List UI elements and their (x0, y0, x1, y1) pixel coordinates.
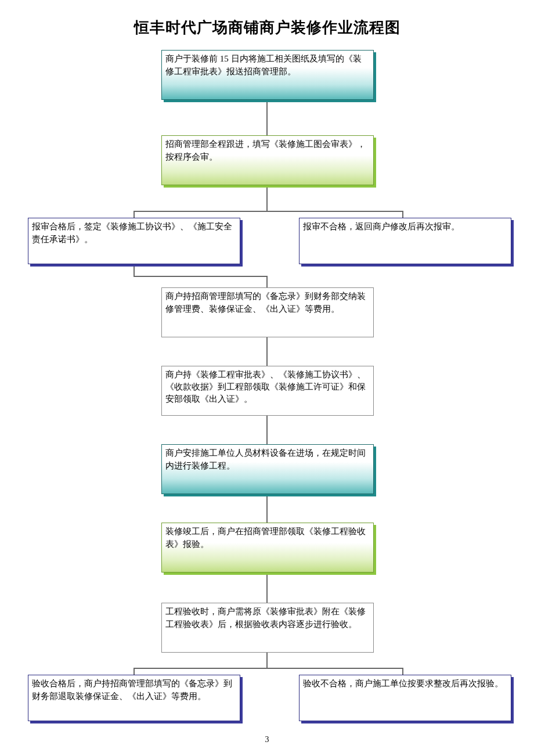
step-7-completion-report: 装修竣工后，商户在招商管理部领取《装修工程验收表》报验。 (161, 523, 374, 573)
step-5-get-permits: 商户持《装修工程审批表》、《装修施工协议书》、《收款收据》到工程部领取《装修施工… (161, 366, 374, 416)
connector (134, 211, 403, 212)
step-text: 验收合格后，商户持招商管理部填写的《备忘录》到财务部退取装修保证金、《出入证》等… (32, 679, 232, 701)
connector (266, 337, 268, 366)
step-3-fail-return: 报审不合格，返回商户修改后再次报审。 (299, 218, 511, 264)
connector (266, 100, 268, 135)
step-2-review: 招商管理部全程跟进，填写《装修施工图会审表》，按程序会审。 (161, 135, 374, 185)
connector (134, 668, 403, 669)
connector (402, 211, 403, 218)
step-1-submit-docs: 商户于装修前 15 日内将施工相关图纸及填写的《装修工程审批表》报送招商管理部。 (161, 50, 374, 100)
page-title: 恒丰时代广场商铺商户装修作业流程图 (0, 17, 534, 38)
connector (134, 276, 268, 277)
connector (266, 494, 268, 523)
step-text: 商户于装修前 15 日内将施工相关图纸及填写的《装修工程审批表》报送招商管理部。 (165, 54, 362, 76)
step-text: 报审合格后，签定《装修施工协议书》、《施工安全责任承诺书》。 (32, 222, 232, 244)
step-text: 验收不合格，商户施工单位按要求整改后再次报验。 (303, 679, 503, 688)
connector (266, 186, 268, 212)
step-9-fail-rectify: 验收不合格，商户施工单位按要求整改后再次报验。 (299, 675, 511, 721)
flowchart-page: 恒丰时代广场商铺商户装修作业流程图 商户于装修前 15 日内将施工相关图纸及填写… (0, 0, 534, 756)
step-text: 商户持《装修工程审批表》、《装修施工协议书》、《收款收据》到工程部领取《装修施工… (165, 370, 366, 404)
connector (266, 574, 268, 603)
page-number: 3 (0, 735, 534, 744)
step-text: 招商管理部全程跟进，填写《装修施工图会审表》，按程序会审。 (165, 139, 366, 161)
connector (266, 651, 268, 669)
step-text: 装修竣工后，商户在招商管理部领取《装修工程验收表》报验。 (165, 527, 366, 549)
connector (266, 276, 268, 287)
step-text: 商户持招商管理部填写的《备忘录》到财务部交纳装修管理费、装修保证金、《出入证》等… (165, 291, 366, 314)
connector (134, 211, 135, 218)
step-3-pass-sign: 报审合格后，签定《装修施工协议书》、《施工安全责任承诺书》。 (28, 218, 240, 264)
step-9-pass-refund: 验收合格后，商户持招商管理部填写的《备忘录》到财务部退取装修保证金、《出入证》等… (28, 675, 240, 721)
step-6-construction: 商户安排施工单位人员材料设备在进场，在规定时间内进行装修工程。 (161, 444, 374, 494)
step-8-inspection: 工程验收时，商户需将原《装修审批表》附在《装修工程验收表》后，根据验收表内容逐步… (161, 603, 374, 653)
step-text: 商户安排施工单位人员材料设备在进场，在规定时间内进行装修工程。 (165, 448, 366, 470)
step-text: 报审不合格，返回商户修改后再次报审。 (303, 222, 460, 231)
step-text: 工程验收时，商户需将原《装修审批表》附在《装修工程验收表》后，根据验收表内容逐步… (165, 607, 366, 629)
connector (266, 415, 268, 444)
connector (402, 668, 403, 675)
connector (134, 264, 135, 277)
connector (134, 668, 135, 675)
step-4-pay-fees: 商户持招商管理部填写的《备忘录》到财务部交纳装修管理费、装修保证金、《出入证》等… (161, 287, 374, 337)
